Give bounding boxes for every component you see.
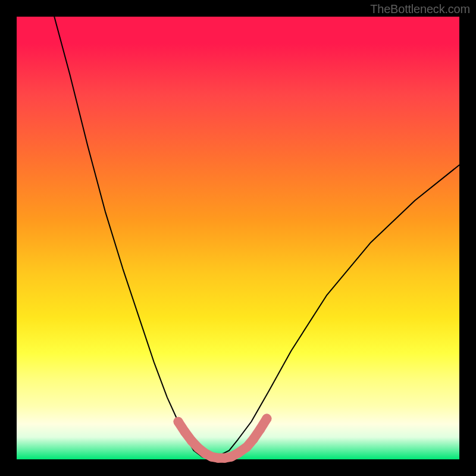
- series-main-curve: [54, 17, 459, 457]
- outer-frame: TheBottleneck.com: [0, 0, 476, 476]
- chart-svg: [17, 17, 459, 459]
- series-container: [54, 17, 459, 463]
- marker-dot: [233, 449, 243, 458]
- marker-dot: [180, 427, 190, 437]
- plot-area: [17, 17, 459, 459]
- marker-dot: [187, 436, 196, 446]
- marker-dot: [262, 414, 271, 424]
- marker-dot: [242, 442, 252, 452]
- marker-dot: [255, 424, 265, 434]
- marker-dot: [174, 417, 183, 427]
- marker-dot: [249, 434, 258, 444]
- watermark-text: TheBottleneck.com: [370, 2, 470, 16]
